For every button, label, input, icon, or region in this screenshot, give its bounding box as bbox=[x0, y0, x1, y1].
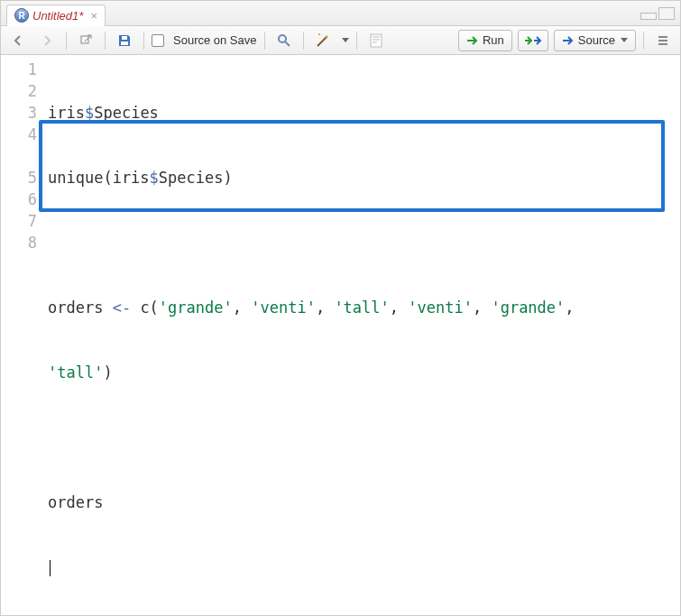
svg-rect-2 bbox=[122, 36, 127, 40]
code-line bbox=[48, 427, 673, 448]
run-button[interactable]: Run bbox=[458, 30, 512, 51]
report-icon[interactable] bbox=[364, 30, 388, 51]
code-line: iris$Species bbox=[48, 102, 673, 124]
line-number: 3 bbox=[1, 102, 37, 124]
line-number: 1 bbox=[1, 59, 37, 80]
source-dropdown-icon bbox=[621, 38, 628, 42]
rerun-icon[interactable] bbox=[518, 30, 548, 51]
line-number-blank bbox=[1, 145, 37, 167]
editor-cursor bbox=[50, 560, 51, 576]
svg-point-3 bbox=[279, 35, 286, 42]
wand-dropdown-icon[interactable] bbox=[342, 38, 349, 42]
save-icon[interactable] bbox=[113, 30, 136, 51]
close-tab-icon[interactable]: × bbox=[90, 9, 97, 23]
line-number: 6 bbox=[1, 188, 37, 210]
minimize-pane-icon[interactable] bbox=[640, 13, 657, 20]
svg-rect-1 bbox=[121, 41, 128, 45]
line-gutter: 1 2 3 4 5 6 7 8 bbox=[1, 55, 44, 616]
line-number: 5 bbox=[1, 167, 37, 188]
code-line: orders bbox=[48, 492, 673, 513]
source-button-label: Source bbox=[578, 33, 615, 47]
run-arrow-icon bbox=[466, 35, 479, 46]
line-number: 4 bbox=[1, 124, 37, 145]
code-line: unique(iris$Species) bbox=[48, 167, 673, 188]
line-number: 2 bbox=[1, 80, 37, 102]
open-in-new-icon[interactable] bbox=[74, 30, 97, 51]
code-line: orders <- c('grande', 'venti', 'tall', '… bbox=[48, 297, 673, 318]
source-on-save-checkbox[interactable] bbox=[152, 34, 164, 47]
run-button-label: Run bbox=[483, 33, 504, 47]
r-file-icon: R bbox=[14, 8, 29, 23]
file-tab-untitled1[interactable]: R Untitled1* × bbox=[6, 5, 106, 26]
source-on-save-label: Source on Save bbox=[173, 33, 257, 47]
code-editor[interactable]: 1 2 3 4 5 6 7 8 iris$Species unique(iris… bbox=[1, 55, 680, 616]
line-number: 8 bbox=[1, 232, 37, 253]
code-line-wrap: 'tall') bbox=[48, 362, 673, 383]
code-line bbox=[48, 556, 673, 578]
editor-highlight-box bbox=[39, 120, 665, 212]
editor-tab-bar: R Untitled1* × bbox=[1, 1, 680, 26]
line-number: 7 bbox=[1, 210, 37, 232]
svg-rect-4 bbox=[371, 34, 382, 47]
svg-rect-0 bbox=[81, 36, 88, 43]
outline-icon[interactable] bbox=[651, 30, 675, 51]
code-text[interactable]: iris$Species unique(iris$Species) orders… bbox=[44, 55, 680, 616]
code-line bbox=[48, 232, 673, 253]
source-button[interactable]: Source bbox=[554, 30, 636, 51]
find-icon[interactable] bbox=[272, 30, 296, 51]
editor-window-controls bbox=[640, 7, 680, 20]
source-arrow-icon bbox=[562, 35, 575, 46]
maximize-pane-icon[interactable] bbox=[658, 7, 675, 20]
editor-toolbar: Source on Save Run Source bbox=[1, 26, 680, 55]
file-tab-label: Untitled1* bbox=[32, 9, 83, 23]
editor-pane: R Untitled1* × Source on Save bbox=[1, 1, 680, 616]
forward-icon[interactable] bbox=[35, 30, 59, 51]
back-icon[interactable] bbox=[6, 30, 30, 51]
wand-icon[interactable] bbox=[311, 30, 335, 51]
